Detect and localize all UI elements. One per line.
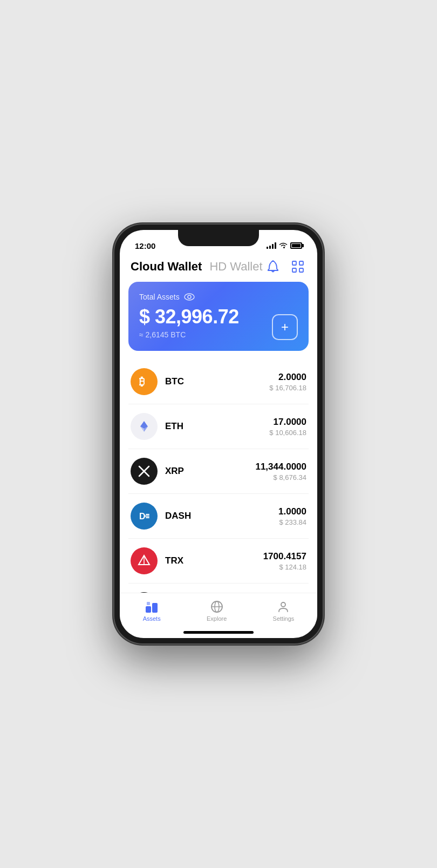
home-indicator (120, 626, 317, 638)
xrp-amounts: 11,344.0000 $ 8,676.34 (255, 462, 306, 482)
btc-amount-primary: 2.0000 (269, 372, 306, 383)
dash-amounts: 1.0000 $ 233.84 (278, 506, 306, 526)
eth-name: ETH (165, 421, 183, 432)
svg-rect-21 (146, 606, 151, 613)
xrp-name: XRP (165, 466, 184, 477)
assets-label-text: Total Assets (139, 293, 180, 301)
coin-list: ₿ BTC 2.0000 $ 16,706.18 (120, 360, 317, 593)
trx-name: TRX (165, 555, 183, 566)
xrp-icon (131, 458, 158, 485)
trx-amount-primary: 1700.4157 (263, 551, 306, 562)
svg-point-4 (185, 294, 194, 300)
svg-rect-0 (292, 261, 296, 265)
eye-icon[interactable] (184, 293, 195, 301)
xrp-amount-primary: 11,344.0000 (255, 462, 306, 472)
status-time: 12:00 (135, 241, 155, 250)
svg-rect-2 (292, 268, 296, 272)
xrp-amount-usd: $ 8,676.34 (255, 473, 306, 482)
btc-amounts: 2.0000 $ 16,706.18 (269, 372, 306, 392)
btc-icon: ₿ (131, 368, 158, 395)
signal-icon (267, 242, 276, 249)
nav-assets[interactable]: Assets (132, 598, 172, 624)
header: Cloud Wallet HD Wallet (120, 254, 317, 282)
coin-item-eth[interactable]: ETH 17.0000 $ 10,606.18 (128, 404, 309, 449)
svg-text:D: D (139, 512, 146, 521)
assets-card: Total Assets $ 32,996.72 ≈ 2,6145 BTC + (128, 282, 309, 351)
wifi-icon (279, 242, 288, 249)
coin-item-trx[interactable]: TRX 1700.4157 $ 124.18 (128, 539, 309, 584)
coin-item-btc[interactable]: ₿ BTC 2.0000 $ 16,706.18 (128, 360, 309, 404)
assets-nav-label: Assets (143, 615, 161, 622)
btc-name: BTC (165, 376, 184, 387)
bottom-nav: Assets Explore (120, 593, 317, 626)
settings-nav-icon (276, 600, 290, 614)
explore-nav-icon (210, 600, 224, 614)
settings-nav-label: Settings (273, 615, 295, 622)
scan-button[interactable] (289, 258, 306, 275)
assets-label-row: Total Assets (139, 293, 298, 301)
svg-rect-1 (299, 261, 303, 265)
header-cloud-wallet[interactable]: Cloud Wallet (131, 260, 202, 274)
coin-item-xrp[interactable]: XRP 11,344.0000 $ 8,676.34 (128, 449, 309, 494)
svg-rect-22 (152, 603, 158, 613)
svg-rect-3 (299, 268, 303, 272)
battery-icon (290, 242, 302, 249)
svg-point-27 (281, 602, 285, 607)
phone-frame: 12:00 (113, 223, 324, 645)
header-hd-wallet[interactable]: HD Wallet (209, 260, 262, 274)
eth-amount-primary: 17.0000 (269, 417, 306, 428)
eth-amounts: 17.0000 $ 10,606.18 (269, 417, 306, 437)
status-icons (267, 242, 302, 249)
trx-amounts: 1700.4157 $ 124.18 (263, 551, 306, 571)
notch (178, 230, 259, 246)
svg-point-5 (188, 295, 191, 299)
svg-text:₿: ₿ (139, 376, 145, 388)
notification-button[interactable] (264, 258, 282, 275)
header-icons (264, 258, 306, 275)
trx-amount-usd: $ 124.18 (263, 563, 306, 571)
coin-item-eos[interactable]: EOS 98.0000 $ 36.18 (128, 584, 309, 593)
assets-nav-icon (145, 600, 159, 614)
trx-icon (131, 547, 158, 574)
dash-icon: D (131, 503, 158, 530)
dash-amount-primary: 1.0000 (278, 506, 306, 517)
eth-icon (131, 413, 158, 440)
nav-explore[interactable]: Explore (196, 598, 237, 624)
phone-screen: 12:00 (120, 230, 317, 638)
add-asset-button[interactable]: + (272, 314, 298, 340)
btc-amount-usd: $ 16,706.18 (269, 384, 306, 392)
dash-name: DASH (165, 511, 191, 521)
svg-rect-23 (147, 602, 150, 605)
explore-nav-label: Explore (207, 615, 227, 622)
eth-amount-usd: $ 10,606.18 (269, 429, 306, 437)
coin-item-dash[interactable]: D DASH 1.0000 $ 233.84 (128, 494, 309, 539)
dash-amount-usd: $ 233.84 (278, 518, 306, 526)
nav-settings[interactable]: Settings (262, 598, 305, 624)
